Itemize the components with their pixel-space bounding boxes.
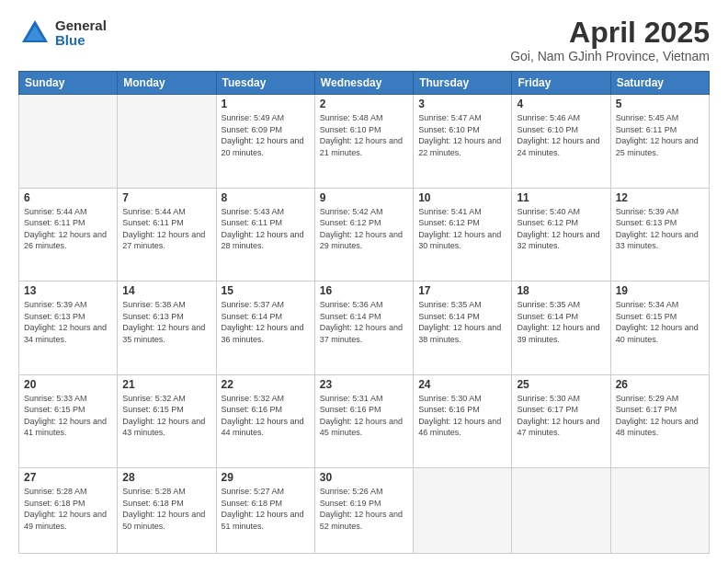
table-row: 17Sunrise: 5:35 AM Sunset: 6:14 PM Dayli…	[414, 282, 512, 374]
title-block: April 2025 Goi, Nam GJinh Province, Viet…	[510, 17, 710, 63]
table-row: 10Sunrise: 5:41 AM Sunset: 6:12 PM Dayli…	[414, 188, 512, 281]
table-row: 8Sunrise: 5:43 AM Sunset: 6:11 PM Daylig…	[216, 188, 314, 281]
table-row: 16Sunrise: 5:36 AM Sunset: 6:14 PM Dayli…	[314, 282, 413, 374]
table-row: 30Sunrise: 5:26 AM Sunset: 6:19 PM Dayli…	[314, 467, 413, 553]
table-row: 6Sunrise: 5:44 AM Sunset: 6:11 PM Daylig…	[19, 188, 118, 281]
col-tuesday: Tuesday	[216, 72, 314, 95]
table-row	[19, 95, 118, 188]
day-number: 14	[122, 284, 210, 297]
table-row: 20Sunrise: 5:33 AM Sunset: 6:15 PM Dayli…	[19, 374, 118, 467]
table-row: 26Sunrise: 5:29 AM Sunset: 6:17 PM Dayli…	[610, 374, 709, 467]
day-number: 30	[320, 471, 408, 484]
day-number: 21	[122, 378, 210, 391]
day-number: 4	[517, 98, 605, 110]
day-info: Sunrise: 5:39 AM Sunset: 6:13 PM Dayligh…	[616, 206, 704, 252]
logo: General Blue	[18, 17, 107, 50]
table-row: 1Sunrise: 5:49 AM Sunset: 6:09 PM Daylig…	[216, 95, 314, 188]
day-info: Sunrise: 5:35 AM Sunset: 6:14 PM Dayligh…	[418, 299, 506, 345]
day-number: 19	[616, 284, 704, 297]
table-row	[414, 467, 512, 553]
day-info: Sunrise: 5:30 AM Sunset: 6:16 PM Dayligh…	[418, 393, 506, 439]
col-thursday: Thursday	[414, 72, 512, 95]
day-number: 12	[616, 191, 704, 204]
table-row: 12Sunrise: 5:39 AM Sunset: 6:13 PM Dayli…	[610, 188, 709, 281]
day-info: Sunrise: 5:36 AM Sunset: 6:14 PM Dayligh…	[320, 299, 408, 345]
table-row: 29Sunrise: 5:27 AM Sunset: 6:18 PM Dayli…	[216, 467, 314, 553]
day-number: 23	[320, 378, 408, 391]
day-info: Sunrise: 5:41 AM Sunset: 6:12 PM Dayligh…	[418, 206, 506, 252]
col-friday: Friday	[512, 72, 610, 95]
day-info: Sunrise: 5:35 AM Sunset: 6:14 PM Dayligh…	[517, 299, 605, 345]
table-row: 28Sunrise: 5:28 AM Sunset: 6:18 PM Dayli…	[118, 467, 216, 553]
table-row	[610, 467, 709, 553]
day-info: Sunrise: 5:28 AM Sunset: 6:18 PM Dayligh…	[122, 486, 210, 532]
day-number: 28	[122, 471, 210, 484]
table-row: 7Sunrise: 5:44 AM Sunset: 6:11 PM Daylig…	[118, 188, 216, 281]
day-number: 16	[320, 284, 408, 297]
day-info: Sunrise: 5:45 AM Sunset: 6:11 PM Dayligh…	[616, 112, 704, 158]
day-info: Sunrise: 5:40 AM Sunset: 6:12 PM Dayligh…	[517, 206, 605, 252]
day-info: Sunrise: 5:37 AM Sunset: 6:14 PM Dayligh…	[222, 299, 310, 345]
day-number: 2	[320, 98, 408, 110]
table-row: 23Sunrise: 5:31 AM Sunset: 6:16 PM Dayli…	[314, 374, 413, 467]
logo-general: General	[55, 18, 107, 34]
table-row: 3Sunrise: 5:47 AM Sunset: 6:10 PM Daylig…	[414, 95, 512, 188]
day-info: Sunrise: 5:30 AM Sunset: 6:17 PM Dayligh…	[517, 393, 605, 439]
day-info: Sunrise: 5:34 AM Sunset: 6:15 PM Dayligh…	[616, 299, 704, 345]
day-info: Sunrise: 5:32 AM Sunset: 6:16 PM Dayligh…	[222, 393, 310, 439]
day-info: Sunrise: 5:28 AM Sunset: 6:18 PM Dayligh…	[24, 486, 112, 532]
table-row	[118, 95, 216, 188]
day-info: Sunrise: 5:38 AM Sunset: 6:13 PM Dayligh…	[122, 299, 210, 345]
calendar-subtitle: Goi, Nam GJinh Province, Vietnam	[510, 49, 710, 63]
day-info: Sunrise: 5:49 AM Sunset: 6:09 PM Dayligh…	[222, 112, 310, 158]
col-sunday: Sunday	[19, 72, 118, 95]
day-info: Sunrise: 5:33 AM Sunset: 6:15 PM Dayligh…	[24, 393, 112, 439]
day-info: Sunrise: 5:39 AM Sunset: 6:13 PM Dayligh…	[24, 299, 112, 345]
day-info: Sunrise: 5:44 AM Sunset: 6:11 PM Dayligh…	[24, 206, 112, 252]
day-number: 3	[418, 98, 506, 110]
day-info: Sunrise: 5:31 AM Sunset: 6:16 PM Dayligh…	[320, 393, 408, 439]
table-row: 24Sunrise: 5:30 AM Sunset: 6:16 PM Dayli…	[414, 374, 512, 467]
day-info: Sunrise: 5:46 AM Sunset: 6:10 PM Dayligh…	[517, 112, 605, 158]
day-number: 29	[222, 471, 310, 484]
day-number: 11	[517, 191, 605, 204]
day-number: 18	[517, 284, 605, 297]
page: General Blue April 2025 Goi, Nam GJinh P…	[0, 0, 728, 563]
table-row: 22Sunrise: 5:32 AM Sunset: 6:16 PM Dayli…	[216, 374, 314, 467]
logo-text: General Blue	[55, 18, 107, 49]
table-row: 19Sunrise: 5:34 AM Sunset: 6:15 PM Dayli…	[610, 282, 709, 374]
table-row: 15Sunrise: 5:37 AM Sunset: 6:14 PM Dayli…	[216, 282, 314, 374]
day-info: Sunrise: 5:48 AM Sunset: 6:10 PM Dayligh…	[320, 112, 408, 158]
calendar-table: Sunday Monday Tuesday Wednesday Thursday…	[18, 71, 710, 554]
day-number: 27	[24, 471, 112, 484]
day-info: Sunrise: 5:29 AM Sunset: 6:17 PM Dayligh…	[616, 393, 704, 439]
day-number: 15	[222, 284, 310, 297]
table-row: 9Sunrise: 5:42 AM Sunset: 6:12 PM Daylig…	[314, 188, 413, 281]
day-number: 17	[418, 284, 506, 297]
table-row: 14Sunrise: 5:38 AM Sunset: 6:13 PM Dayli…	[118, 282, 216, 374]
table-row: 11Sunrise: 5:40 AM Sunset: 6:12 PM Dayli…	[512, 188, 610, 281]
day-number: 26	[616, 378, 704, 391]
table-row: 5Sunrise: 5:45 AM Sunset: 6:11 PM Daylig…	[610, 95, 709, 188]
day-number: 13	[24, 284, 112, 297]
col-wednesday: Wednesday	[314, 72, 413, 95]
day-number: 24	[418, 378, 506, 391]
calendar-title: April 2025	[510, 17, 710, 49]
day-info: Sunrise: 5:42 AM Sunset: 6:12 PM Dayligh…	[320, 206, 408, 252]
table-row: 25Sunrise: 5:30 AM Sunset: 6:17 PM Dayli…	[512, 374, 610, 467]
day-number: 22	[222, 378, 310, 391]
day-number: 6	[24, 191, 112, 204]
table-row: 13Sunrise: 5:39 AM Sunset: 6:13 PM Dayli…	[19, 282, 118, 374]
table-row: 2Sunrise: 5:48 AM Sunset: 6:10 PM Daylig…	[314, 95, 413, 188]
logo-blue: Blue	[55, 33, 107, 49]
day-number: 10	[418, 191, 506, 204]
table-row: 18Sunrise: 5:35 AM Sunset: 6:14 PM Dayli…	[512, 282, 610, 374]
col-monday: Monday	[118, 72, 216, 95]
calendar-header-row: Sunday Monday Tuesday Wednesday Thursday…	[19, 72, 710, 95]
logo-icon	[18, 17, 51, 50]
day-info: Sunrise: 5:44 AM Sunset: 6:11 PM Dayligh…	[122, 206, 210, 252]
day-number: 9	[320, 191, 408, 204]
header: General Blue April 2025 Goi, Nam GJinh P…	[18, 17, 710, 63]
day-number: 8	[222, 191, 310, 204]
day-info: Sunrise: 5:47 AM Sunset: 6:10 PM Dayligh…	[418, 112, 506, 158]
